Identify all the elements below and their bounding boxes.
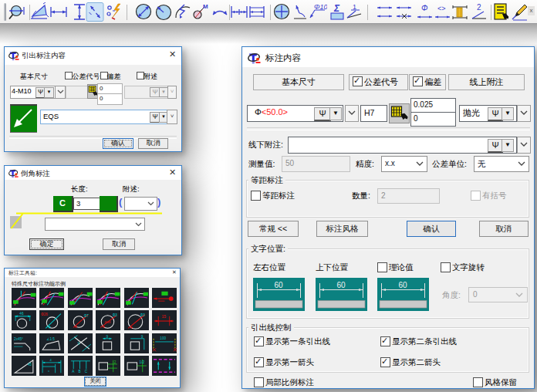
svg-text:c: c <box>48 369 49 373</box>
svg-text:45: 45 <box>27 363 32 367</box>
svg-text:Φ: Φ <box>421 4 427 12</box>
svg-text:2: 2 <box>477 3 481 12</box>
svg-text:Φ3: Φ3 <box>140 313 145 317</box>
svg-text:∠1:5: ∠1:5 <box>46 336 55 340</box>
svg-text:Φ38: Φ38 <box>104 320 111 324</box>
svg-text:9: 9 <box>140 334 143 338</box>
svg-text:A: A <box>72 370 75 373</box>
svg-text:2x45°: 2x45° <box>14 336 23 340</box>
svg-text:15: 15 <box>161 314 166 319</box>
svg-text:60: 60 <box>398 281 407 289</box>
svg-text:<>: <> <box>437 5 446 12</box>
svg-text:100: 100 <box>160 336 166 340</box>
svg-text:M: M <box>203 3 208 10</box>
svg-text:1/2: 1/2 <box>139 360 144 364</box>
svg-text:60: 60 <box>336 281 346 289</box>
svg-text:C: C <box>84 370 87 373</box>
svg-text:9: 9 <box>106 334 108 338</box>
svg-text:Φ3: Φ3 <box>113 313 118 317</box>
svg-text:Σ: Σ <box>333 3 340 14</box>
svg-text:Φ26: Φ26 <box>41 313 48 316</box>
svg-text:2: 2 <box>114 360 117 364</box>
svg-text:9: 9 <box>77 342 79 346</box>
svg-text:4: 4 <box>49 358 52 362</box>
svg-text:46: 46 <box>19 312 24 316</box>
svg-text:B: B <box>78 370 80 373</box>
svg-text:Φ7: Φ7 <box>83 314 89 318</box>
svg-text:60: 60 <box>274 281 283 289</box>
